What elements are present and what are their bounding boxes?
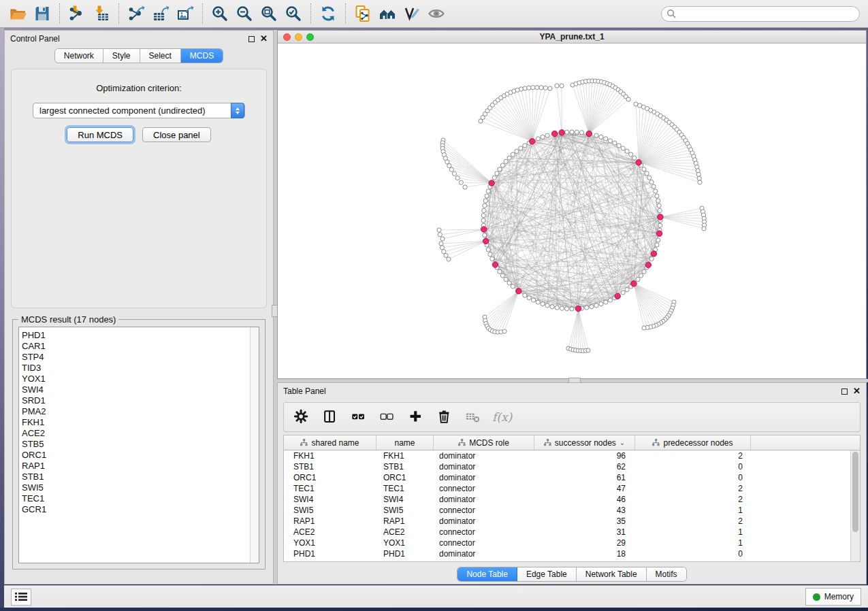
table-row[interactable]: FKH1FKH1dominator962 — [284, 450, 860, 461]
mcds-node-item[interactable]: TID3 — [22, 363, 259, 374]
zoom-in-button[interactable] — [208, 2, 232, 25]
mcds-hub-node[interactable] — [575, 306, 581, 311]
mcds-hub-node[interactable] — [631, 281, 637, 286]
mcds-node-item[interactable]: ORC1 — [22, 450, 259, 461]
mcds-hub-node[interactable] — [516, 288, 521, 294]
save-session-button[interactable] — [30, 2, 54, 25]
mcds-list-scrollbar[interactable] — [250, 327, 259, 563]
close-window-icon[interactable] — [283, 33, 291, 41]
tab-node-table[interactable]: Node Table — [457, 567, 517, 581]
tab-select[interactable]: Select — [140, 49, 181, 63]
mcds-node-item[interactable]: TEC1 — [22, 493, 259, 504]
birds-eye-view-button[interactable] — [424, 2, 449, 25]
mcds-hub-node[interactable] — [645, 262, 651, 267]
close-panel-icon[interactable]: ✕ — [853, 388, 861, 395]
criterion-select[interactable]: largest connected component (undirected) — [33, 103, 245, 118]
column-header-name[interactable]: name — [376, 435, 434, 450]
graphics-details-button[interactable] — [400, 2, 424, 25]
mcds-hub-node[interactable] — [586, 131, 592, 136]
open-file-button[interactable] — [5, 2, 30, 25]
mcds-hub-node[interactable] — [559, 130, 564, 135]
table-row[interactable]: PHD1PHD1dominator180 — [284, 548, 860, 559]
mcds-node-item[interactable]: STP4 — [22, 352, 259, 363]
tab-mcds[interactable]: MCDS — [181, 49, 223, 63]
run-mcds-button[interactable]: Run MCDS — [67, 127, 133, 142]
float-panel-icon[interactable] — [841, 389, 848, 395]
refresh-layout-button[interactable] — [316, 2, 340, 25]
mcds-node-item[interactable]: ACE2 — [22, 428, 259, 439]
export-table-button[interactable] — [148, 2, 173, 25]
mcds-hub-node[interactable] — [615, 293, 620, 299]
mcds-node-item[interactable]: YOX1 — [22, 374, 259, 384]
select-all-button[interactable] — [349, 408, 368, 427]
zoom-fit-button[interactable] — [257, 2, 281, 25]
table-row[interactable]: ACE2ACE2connector311 — [284, 527, 860, 538]
export-network-button[interactable] — [124, 2, 148, 25]
table-row[interactable]: SWI4SWI4dominator462 — [284, 494, 860, 505]
clone-network-button[interactable] — [351, 2, 375, 25]
mcds-node-item[interactable]: RAP1 — [22, 461, 259, 472]
mcds-node-item[interactable]: SWI5 — [22, 482, 259, 493]
mcds-hub-node[interactable] — [656, 231, 662, 236]
table-row[interactable]: STB1STB1dominator620 — [284, 461, 860, 472]
minimize-window-icon[interactable] — [295, 33, 302, 41]
task-history-button[interactable] — [11, 589, 31, 606]
mcds-hub-node[interactable] — [651, 251, 656, 257]
tab-style[interactable]: Style — [103, 49, 140, 63]
close-panel-icon[interactable]: ✕ — [260, 35, 268, 42]
float-panel-icon[interactable] — [248, 36, 255, 42]
table-row[interactable]: SWI5SWI5connector431 — [284, 505, 860, 516]
table-row[interactable]: YOX1YOX1connector291 — [284, 538, 860, 548]
network-node — [570, 130, 574, 134]
column-header-successor-nodes[interactable]: successor nodes⌄ — [534, 435, 635, 450]
zoom-selected-button[interactable] — [281, 2, 306, 25]
mcds-node-item[interactable]: PMA2 — [22, 406, 259, 417]
add-row-button[interactable] — [406, 408, 425, 427]
memory-button[interactable]: Memory — [805, 588, 861, 606]
table-row[interactable]: TEC1TEC1connector472 — [284, 483, 860, 494]
show-column-button[interactable] — [321, 408, 340, 427]
settings-button[interactable] — [292, 408, 311, 427]
tab-edge-table[interactable]: Edge Table — [517, 567, 577, 581]
maximize-window-icon[interactable] — [306, 33, 314, 41]
mcds-hub-node[interactable] — [481, 227, 486, 232]
mcds-hub-node[interactable] — [658, 214, 663, 220]
mcds-hub-node[interactable] — [489, 180, 494, 186]
tab-network-table[interactable]: Network Table — [577, 567, 647, 581]
scrollbar-thumb[interactable] — [852, 452, 858, 532]
import-network-button[interactable] — [65, 2, 89, 25]
mcds-node-item[interactable]: SWI4 — [22, 384, 259, 395]
mcds-result-list[interactable]: PHD1CAR1STP4TID3YOX1SWI4SRD1PMA2FKH1ACE2… — [18, 327, 259, 563]
network-window-titlebar[interactable]: YPA_prune.txt_1 — [278, 31, 866, 44]
mcds-hub-node[interactable] — [483, 238, 488, 244]
deselect-all-button[interactable] — [378, 408, 397, 427]
table-row[interactable]: RAP1RAP1dominator352 — [284, 516, 860, 527]
export-image-button[interactable] — [173, 2, 197, 25]
table-row[interactable]: ORC1ORC1dominator610 — [284, 472, 860, 483]
mcds-hub-node[interactable] — [492, 262, 498, 267]
mcds-node-item[interactable]: CAR1 — [22, 341, 259, 352]
mcds-node-item[interactable]: GCR1 — [22, 504, 259, 515]
mcds-hub-node[interactable] — [636, 160, 641, 165]
tab-motifs[interactable]: Motifs — [647, 567, 686, 581]
mcds-hub-node[interactable] — [552, 131, 558, 136]
table-scrollbar[interactable] — [850, 450, 860, 561]
tab-network[interactable]: Network — [55, 49, 103, 63]
zoom-out-button[interactable] — [232, 2, 257, 25]
mcds-node-item[interactable]: STB5 — [22, 439, 259, 450]
column-header-MCDS-role[interactable]: MCDS role — [434, 435, 534, 450]
column-header-predecessor-nodes[interactable]: predecessor nodes — [635, 435, 751, 450]
network-canvas[interactable] — [278, 44, 866, 378]
column-header-shared-name[interactable]: shared name — [284, 435, 376, 450]
mcds-hub-node[interactable] — [530, 139, 535, 144]
mcds-node-item[interactable]: PHD1 — [22, 330, 259, 341]
function-builder-icon[interactable]: f(x) — [492, 410, 512, 424]
close-panel-button[interactable]: Close panel — [142, 127, 211, 142]
import-table-button[interactable] — [89, 2, 114, 25]
delete-row-button[interactable] — [435, 408, 454, 427]
mcds-node-item[interactable]: STB1 — [22, 472, 259, 482]
mcds-node-item[interactable]: FKH1 — [22, 417, 259, 428]
search-input[interactable] — [661, 6, 860, 22]
mcds-node-item[interactable]: SRD1 — [22, 395, 259, 406]
network-overview-button[interactable] — [375, 2, 400, 25]
